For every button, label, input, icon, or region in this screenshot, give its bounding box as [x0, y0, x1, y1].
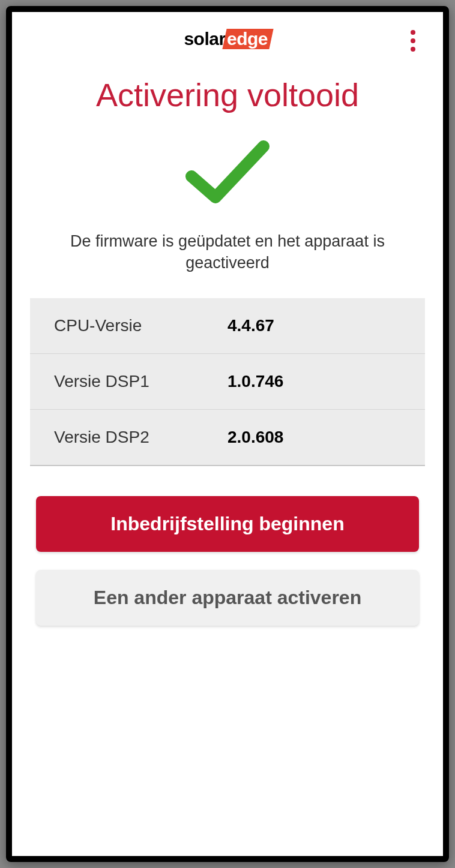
version-label: CPU-Versie — [54, 316, 228, 335]
success-indicator — [12, 137, 443, 209]
solaredge-logo: solaredge — [184, 29, 271, 49]
table-row: Versie DSP1 1.0.746 — [30, 354, 425, 410]
start-commissioning-button[interactable]: Inbedrijfstelling beginnen — [36, 496, 419, 552]
version-value: 2.0.608 — [228, 428, 401, 447]
activate-another-device-button[interactable]: Een ander apparaat activeren — [36, 570, 419, 626]
action-buttons: Inbedrijfstelling beginnen Een ander app… — [12, 466, 443, 626]
version-value: 4.4.67 — [228, 316, 401, 335]
checkmark-icon — [179, 137, 276, 209]
more-vertical-icon — [411, 30, 415, 35]
more-menu-button[interactable] — [401, 29, 425, 53]
more-vertical-icon — [411, 47, 415, 52]
logo-text-solar: solar — [184, 29, 225, 49]
app-screen: solaredge Activering voltooid De firmwar… — [6, 6, 449, 862]
table-row: Versie DSP2 2.0.608 — [30, 410, 425, 466]
page-title: Activering voltooid — [12, 76, 443, 113]
more-vertical-icon — [411, 38, 415, 43]
app-header: solaredge — [12, 12, 443, 55]
table-row: CPU-Versie 4.4.67 — [30, 298, 425, 354]
status-message: De firmware is geüpdatet en het apparaat… — [12, 230, 443, 274]
logo-text-edge: edge — [227, 29, 268, 49]
logo-text-edge-bg: edge — [222, 29, 273, 49]
version-label: Versie DSP1 — [54, 372, 228, 391]
version-label: Versie DSP2 — [54, 428, 228, 447]
version-value: 1.0.746 — [228, 372, 401, 391]
version-table: CPU-Versie 4.4.67 Versie DSP1 1.0.746 Ve… — [30, 298, 425, 466]
